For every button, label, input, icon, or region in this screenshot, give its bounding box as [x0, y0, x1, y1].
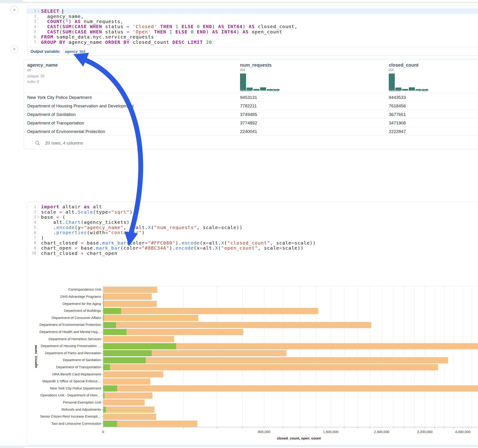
code-line[interactable]: 2 agency_name, [27, 14, 478, 19]
plus-icon: + [13, 7, 16, 13]
open-count-bar [103, 385, 117, 392]
y-axis-category-label: Department of Homeless Services [32, 337, 101, 341]
closed-count-bar [103, 315, 198, 321]
closed-count-bar [103, 378, 150, 385]
code-line[interactable]: 3∨base = ( [27, 215, 478, 220]
code-line[interactable]: 5 .encode(y="agency_name", x=alt.X("num_… [27, 225, 478, 230]
axis-zero-line [103, 286, 103, 427]
open-count-bar [103, 294, 104, 300]
table-cell: 9453131 [240, 95, 257, 100]
x-axis-tick [393, 427, 393, 428]
closed-count-bar [103, 322, 371, 328]
python-code-editor[interactable]: 1import altair as alt2scale = alt.Scale(… [27, 204, 478, 256]
gridline [264, 286, 264, 427]
open-count-bar [103, 350, 152, 356]
table-row[interactable]: Department of Sanitation37494853677651 [24, 110, 478, 118]
x-axis-tick [331, 427, 331, 428]
histogram-bar [253, 89, 259, 91]
gridline [415, 286, 415, 427]
column-header[interactable]: closed_count [389, 62, 419, 68]
code-line[interactable]: 9chart_open = base.mark_bar(color="#8BC3… [27, 245, 478, 250]
x-axis-tick [300, 427, 300, 428]
x-axis-tick [183, 427, 184, 428]
closed-count-bar [103, 336, 174, 342]
column-stats: unique: 20nulls: 0 [27, 74, 44, 85]
y-axis-category-label: Department of Transportation [32, 365, 101, 369]
output-variable-pill[interactable]: agency_tickets [63, 49, 85, 54]
gridline [300, 286, 300, 427]
open-count-bar [103, 308, 121, 314]
gridline [242, 286, 243, 427]
line-number: 6 [27, 35, 38, 39]
code-line[interactable]: 6FROM sample_data.nyc.service_requests [27, 34, 478, 39]
y-axis-category-label: Mayorâ€ s Office of Special Enforce… [32, 379, 101, 383]
y-axis-tick [102, 410, 103, 410]
table-cell: Department of Transportation [27, 120, 84, 126]
code-line[interactable]: 7) [27, 235, 478, 240]
code-line[interactable]: 3 COUNT(*) AS num_requests, [27, 19, 478, 24]
row-count-label: 20 rows, 4 columns [45, 141, 83, 146]
open-count-bar [103, 329, 126, 335]
y-axis-category-label: DHS Advantage Programs [32, 294, 101, 299]
y-axis-category-label: Senior Citizen Rent Increase Exempti… [32, 414, 101, 418]
line-number: 5 [27, 30, 38, 34]
closed-count-bar [103, 414, 156, 420]
gridline [344, 286, 345, 427]
table-cell: Department of Environmental Protection [27, 129, 105, 134]
sql-code-editor[interactable]: 1∨SELECT 2 agency_name,3 COUNT(*) AS num… [27, 8, 478, 45]
table-row[interactable]: New York City Police Department945313194… [24, 93, 478, 101]
y-axis-tick [102, 374, 103, 374]
code-text: FROM sample_data.nyc.service_requests [38, 34, 154, 40]
line-number: 2 [27, 14, 38, 19]
gridline [425, 286, 425, 427]
code-line[interactable]: 6 .properties(width="container") [27, 230, 478, 235]
line-number: 8 [27, 241, 38, 245]
add-cell-button[interactable]: + [10, 6, 18, 14]
code-line[interactable]: 4 alt.Chart(agency_tickets) [27, 220, 478, 225]
code-line[interactable]: 10chart_closed + chart_open [27, 251, 478, 256]
y-axis-tick [102, 360, 103, 360]
code-text: SELECT [38, 8, 63, 14]
line-number: 1∨ [27, 9, 38, 13]
code-text: ) [38, 235, 44, 241]
y-axis-tick [102, 304, 103, 304]
table-row[interactable]: Department of Housing Preservation and D… [24, 101, 478, 110]
table-footer: 20 rows, 4 columns [35, 138, 83, 148]
y-axis-category-label: Department of Parks and Recreation [32, 351, 101, 355]
closed-count-bar [103, 406, 155, 413]
search-icon[interactable] [35, 141, 40, 146]
fold-chevron-icon[interactable]: ∨ [38, 216, 39, 218]
y-axis-tick [102, 417, 103, 417]
code-line[interactable]: 8chart_closed = base.mark_bar(color="#FF… [27, 240, 478, 245]
table-cell: Department of Sanitation [27, 112, 76, 117]
code-text: GROUP BY agency_name ORDER BY closed_cou… [38, 39, 212, 45]
x-axis-tick [444, 427, 445, 428]
gridline [370, 286, 370, 427]
x-axis-tick [344, 427, 345, 428]
y-axis-tick [102, 339, 103, 339]
altair-chart-output: Correspondence UnitDHS Advantage Program… [27, 280, 478, 445]
code-line[interactable]: 7GROUP BY agency_name ORDER BY closed_co… [27, 39, 478, 44]
code-line[interactable]: 4 CAST(SUM(CASE WHEN status = 'Closed' T… [27, 24, 478, 29]
add-cell-button[interactable]: + [10, 45, 18, 53]
fold-chevron-icon[interactable]: ∨ [38, 10, 39, 12]
x-axis-tick-label: 2,400,000 [374, 430, 390, 434]
code-line[interactable]: 5 CAST(SUM(CASE WHEN status = 'Open' THE… [27, 29, 478, 34]
column-header[interactable]: num_requests [240, 62, 272, 68]
closed-count-bar [103, 392, 152, 399]
y-axis-category-label: Personal Exemption Unit [32, 400, 101, 404]
y-axis-tick [102, 346, 103, 346]
histogram-min-label: 53,304 [389, 88, 400, 92]
code-line[interactable]: 2scale = alt.Scale(type="sqrt") [27, 209, 478, 214]
code-line[interactable]: 1import altair as alt [27, 204, 478, 209]
result-table-card: agency_namestrunique: 20nulls: 0num_requ… [24, 59, 478, 149]
y-axis-tick [102, 297, 103, 297]
x-axis-title: closed_count, open_count [277, 436, 321, 440]
code-line[interactable]: 1∨SELECT [27, 8, 478, 14]
y-axis-category-label: Department of Environmental Protection [32, 323, 101, 327]
table-row[interactable]: Department of Transportation377489234719… [24, 118, 478, 127]
output-variable-label: Output variable: [31, 49, 60, 54]
table-cell: 3749485 [240, 112, 257, 117]
table-row[interactable]: Department of Environmental Protection22… [24, 127, 478, 136]
column-header[interactable]: agency_name [27, 62, 58, 68]
